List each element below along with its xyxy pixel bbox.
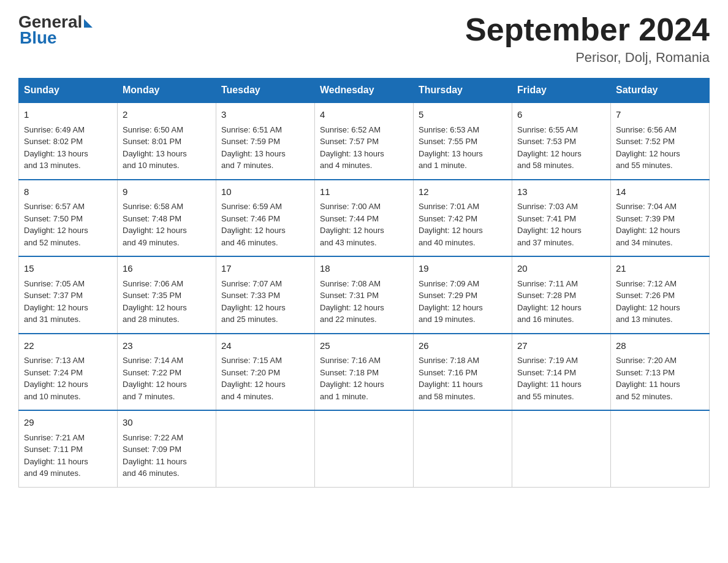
day-number: 6 (517, 108, 605, 122)
day-info: Sunrise: 6:53 AMSunset: 7:55 PMDaylight:… (419, 124, 507, 172)
day-info: Sunrise: 6:55 AMSunset: 7:53 PMDaylight:… (517, 124, 605, 172)
day-info: Sunrise: 6:58 AMSunset: 7:48 PMDaylight:… (123, 201, 211, 248)
day-info: Sunrise: 7:01 AMSunset: 7:42 PMDaylight:… (419, 201, 507, 248)
day-info: Sunrise: 6:49 AMSunset: 8:02 PMDaylight:… (24, 124, 112, 172)
calendar-day-cell: 1Sunrise: 6:49 AMSunset: 8:02 PMDaylight… (19, 102, 118, 180)
calendar-day-cell: 12Sunrise: 7:01 AMSunset: 7:42 PMDayligh… (414, 180, 512, 257)
calendar-day-cell: 15Sunrise: 7:05 AMSunset: 7:37 PMDayligh… (19, 256, 118, 334)
day-info: Sunrise: 7:22 AMSunset: 7:09 PMDaylight:… (123, 432, 211, 480)
day-number: 23 (123, 339, 211, 353)
day-of-week-header: Friday (512, 79, 611, 103)
calendar-day-cell: 22Sunrise: 7:13 AMSunset: 7:24 PMDayligh… (19, 334, 118, 411)
logo-blue-text: Blue (20, 28, 57, 48)
day-info: Sunrise: 7:09 AMSunset: 7:29 PMDaylight:… (419, 278, 507, 326)
calendar-day-cell: 16Sunrise: 7:06 AMSunset: 7:35 PMDayligh… (118, 256, 216, 334)
calendar-day-cell: 20Sunrise: 7:11 AMSunset: 7:28 PMDayligh… (512, 256, 611, 334)
empty-cell (611, 410, 710, 487)
day-of-week-header: Tuesday (216, 79, 315, 103)
calendar-day-cell: 21Sunrise: 7:12 AMSunset: 7:26 PMDayligh… (611, 256, 710, 334)
day-number: 18 (320, 262, 408, 276)
day-info: Sunrise: 7:07 AMSunset: 7:33 PMDaylight:… (221, 278, 309, 326)
day-info: Sunrise: 7:11 AMSunset: 7:28 PMDaylight:… (517, 278, 605, 326)
calendar-day-cell: 28Sunrise: 7:20 AMSunset: 7:13 PMDayligh… (611, 334, 710, 411)
calendar-day-cell: 24Sunrise: 7:15 AMSunset: 7:20 PMDayligh… (216, 334, 315, 411)
day-info: Sunrise: 7:16 AMSunset: 7:18 PMDaylight:… (320, 354, 408, 402)
day-number: 16 (123, 262, 211, 276)
day-number: 1 (24, 108, 112, 122)
day-of-week-header: Saturday (611, 79, 710, 103)
day-number: 20 (517, 262, 605, 276)
logo: General Blue (18, 12, 93, 48)
calendar-day-cell: 9Sunrise: 6:58 AMSunset: 7:48 PMDaylight… (118, 180, 216, 257)
day-number: 4 (320, 108, 408, 122)
day-info: Sunrise: 6:56 AMSunset: 7:52 PMDaylight:… (616, 124, 704, 172)
day-info: Sunrise: 7:12 AMSunset: 7:26 PMDaylight:… (616, 278, 704, 326)
day-info: Sunrise: 6:52 AMSunset: 7:57 PMDaylight:… (320, 124, 408, 172)
calendar-day-cell: 6Sunrise: 6:55 AMSunset: 7:53 PMDaylight… (512, 102, 611, 180)
calendar-day-cell: 14Sunrise: 7:04 AMSunset: 7:39 PMDayligh… (611, 180, 710, 257)
day-number: 26 (419, 339, 507, 353)
day-info: Sunrise: 7:00 AMSunset: 7:44 PMDaylight:… (320, 201, 408, 248)
day-number: 10 (221, 185, 309, 199)
empty-cell (414, 410, 512, 487)
day-number: 19 (419, 262, 507, 276)
page-header: General Blue September 2024 Perisor, Dol… (18, 12, 710, 66)
day-of-week-header: Sunday (19, 79, 118, 103)
day-number: 3 (221, 108, 309, 122)
calendar-day-cell: 10Sunrise: 6:59 AMSunset: 7:46 PMDayligh… (216, 180, 315, 257)
empty-cell (512, 410, 611, 487)
empty-cell (216, 410, 315, 487)
calendar-day-cell: 26Sunrise: 7:18 AMSunset: 7:16 PMDayligh… (414, 334, 512, 411)
day-info: Sunrise: 6:57 AMSunset: 7:50 PMDaylight:… (24, 201, 112, 248)
calendar-day-cell: 18Sunrise: 7:08 AMSunset: 7:31 PMDayligh… (315, 256, 414, 334)
day-number: 25 (320, 339, 408, 353)
day-number: 9 (123, 185, 211, 199)
day-info: Sunrise: 7:04 AMSunset: 7:39 PMDaylight:… (616, 201, 704, 248)
day-info: Sunrise: 7:03 AMSunset: 7:41 PMDaylight:… (517, 201, 605, 248)
day-info: Sunrise: 7:18 AMSunset: 7:16 PMDaylight:… (419, 354, 507, 402)
calendar-subtitle: Perisor, Dolj, Romania (465, 50, 710, 66)
calendar-day-cell: 4Sunrise: 6:52 AMSunset: 7:57 PMDaylight… (315, 102, 414, 180)
calendar-day-cell: 11Sunrise: 7:00 AMSunset: 7:44 PMDayligh… (315, 180, 414, 257)
calendar-day-cell: 23Sunrise: 7:14 AMSunset: 7:22 PMDayligh… (118, 334, 216, 411)
calendar-day-cell: 30Sunrise: 7:22 AMSunset: 7:09 PMDayligh… (118, 410, 216, 487)
day-number: 13 (517, 185, 605, 199)
day-info: Sunrise: 7:14 AMSunset: 7:22 PMDaylight:… (123, 354, 211, 402)
calendar-day-cell: 19Sunrise: 7:09 AMSunset: 7:29 PMDayligh… (414, 256, 512, 334)
day-number: 5 (419, 108, 507, 122)
day-number: 29 (24, 416, 112, 430)
day-number: 2 (123, 108, 211, 122)
day-of-week-header: Wednesday (315, 79, 414, 103)
day-number: 8 (24, 185, 112, 199)
day-number: 15 (24, 262, 112, 276)
calendar-day-cell: 3Sunrise: 6:51 AMSunset: 7:59 PMDaylight… (216, 102, 315, 180)
day-number: 21 (616, 262, 704, 276)
calendar-day-cell: 2Sunrise: 6:50 AMSunset: 8:01 PMDaylight… (118, 102, 216, 180)
day-number: 22 (24, 339, 112, 353)
day-number: 11 (320, 185, 408, 199)
calendar-day-cell: 17Sunrise: 7:07 AMSunset: 7:33 PMDayligh… (216, 256, 315, 334)
calendar-day-cell: 27Sunrise: 7:19 AMSunset: 7:14 PMDayligh… (512, 334, 611, 411)
day-of-week-header: Monday (118, 79, 216, 103)
day-info: Sunrise: 6:51 AMSunset: 7:59 PMDaylight:… (221, 124, 309, 172)
day-number: 17 (221, 262, 309, 276)
day-of-week-header: Thursday (414, 79, 512, 103)
calendar-table: SundayMondayTuesdayWednesdayThursdayFrid… (18, 78, 710, 488)
day-number: 7 (616, 108, 704, 122)
calendar-day-cell: 8Sunrise: 6:57 AMSunset: 7:50 PMDaylight… (19, 180, 118, 257)
calendar-day-cell: 25Sunrise: 7:16 AMSunset: 7:18 PMDayligh… (315, 334, 414, 411)
day-number: 27 (517, 339, 605, 353)
empty-cell (315, 410, 414, 487)
day-number: 14 (616, 185, 704, 199)
calendar-day-cell: 13Sunrise: 7:03 AMSunset: 7:41 PMDayligh… (512, 180, 611, 257)
day-number: 24 (221, 339, 309, 353)
calendar-day-cell: 29Sunrise: 7:21 AMSunset: 7:11 PMDayligh… (19, 410, 118, 487)
title-area: September 2024 Perisor, Dolj, Romania (465, 12, 710, 66)
calendar-title: September 2024 (465, 12, 710, 47)
calendar-day-cell: 5Sunrise: 6:53 AMSunset: 7:55 PMDaylight… (414, 102, 512, 180)
day-info: Sunrise: 7:21 AMSunset: 7:11 PMDaylight:… (24, 432, 112, 480)
day-info: Sunrise: 7:20 AMSunset: 7:13 PMDaylight:… (616, 354, 704, 402)
day-info: Sunrise: 7:08 AMSunset: 7:31 PMDaylight:… (320, 278, 408, 326)
day-info: Sunrise: 7:15 AMSunset: 7:20 PMDaylight:… (221, 354, 309, 402)
day-number: 30 (123, 416, 211, 430)
